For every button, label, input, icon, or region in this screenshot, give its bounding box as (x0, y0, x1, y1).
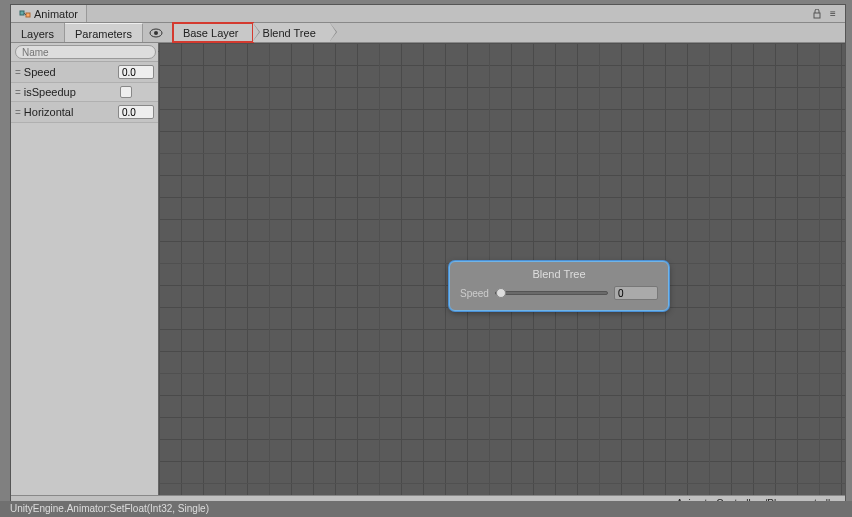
body: + = Speed = isSpeedup = Horizontal Blend… (11, 43, 845, 495)
console-line: UnityEngine.Animator:SetFloat(Int32, Sin… (0, 501, 852, 517)
param-value-input[interactable] (118, 105, 154, 119)
search-row: + (11, 43, 158, 62)
drag-handle-icon[interactable]: = (15, 87, 20, 98)
crumb-base-layer[interactable]: Base Layer (173, 23, 253, 42)
animator-window: Animator ≡ Layers Parameters Base Layer … (10, 4, 846, 512)
tab-layers[interactable]: Layers (11, 23, 65, 42)
window-controls: ≡ (811, 8, 845, 20)
drag-handle-icon[interactable]: = (15, 67, 20, 78)
search-input[interactable] (15, 45, 156, 59)
menu-icon[interactable]: ≡ (827, 8, 839, 20)
blend-tree-node[interactable]: Blend Tree Speed (449, 261, 669, 311)
topbar: Layers Parameters Base Layer Blend Tree (11, 23, 845, 43)
animator-icon (19, 8, 31, 20)
node-param-label: Speed (460, 288, 489, 299)
svg-rect-3 (814, 13, 820, 18)
blend-value-input[interactable] (614, 286, 658, 300)
param-row-horizontal[interactable]: = Horizontal (11, 102, 158, 123)
node-title: Blend Tree (460, 268, 658, 280)
crumb-blend-tree[interactable]: Blend Tree (253, 23, 330, 42)
breadcrumb: Base Layer Blend Tree (173, 23, 330, 42)
tab-parameters[interactable]: Parameters (65, 23, 143, 42)
visibility-toggle[interactable] (143, 23, 169, 42)
svg-rect-0 (20, 11, 24, 15)
param-value-input[interactable] (118, 65, 154, 79)
param-row-isspeedup[interactable]: = isSpeedup (11, 83, 158, 102)
panel-tab-animator[interactable]: Animator (11, 5, 87, 22)
param-checkbox[interactable] (120, 86, 132, 98)
blend-slider[interactable] (495, 291, 608, 295)
drag-handle-icon[interactable]: = (15, 107, 20, 118)
parameters-panel: + = Speed = isSpeedup = Horizontal (11, 43, 159, 495)
param-row-speed[interactable]: = Speed (11, 62, 158, 83)
lock-icon[interactable] (811, 8, 823, 20)
svg-rect-1 (26, 13, 30, 17)
param-label: Speed (24, 66, 114, 78)
node-param-row: Speed (460, 286, 658, 300)
param-label: isSpeedup (24, 86, 116, 98)
svg-point-5 (154, 31, 158, 35)
panel-title: Animator (34, 8, 78, 20)
slider-thumb[interactable] (496, 288, 506, 298)
param-label: Horizontal (24, 106, 114, 118)
titlebar: Animator ≡ (11, 5, 845, 23)
graph-canvas[interactable]: Blend Tree Speed (159, 43, 845, 495)
